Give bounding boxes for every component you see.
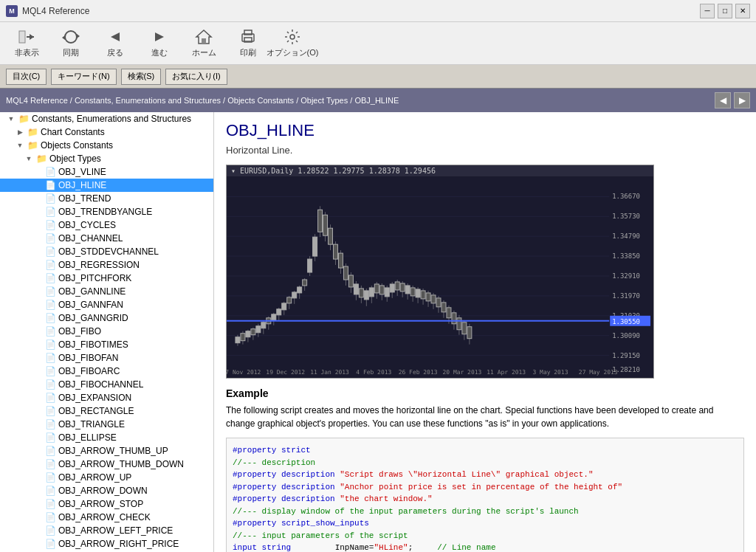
sidebar-item-obj-gannline[interactable]: ▶ 📄 OBJ_GANNLINE [0,285,213,298]
code-line-1: #property strict [233,444,738,457]
sidebar-item-obj-arrow-check[interactable]: ▶ 📄 OBJ_ARROW_CHECK [0,511,213,524]
sidebar-item-object-types[interactable]: ▼ 📁 Object Types [0,152,213,165]
sidebar-item-obj-rectangle[interactable]: ▶ 📄 OBJ_RECTANGLE [0,404,213,418]
sidebar-item-obj-expansion[interactable]: ▶ 📄 OBJ_EXPANSION [0,391,213,404]
svg-rect-105 [395,282,399,290]
sync-button[interactable]: 同期 [50,25,92,62]
keyword-button[interactable]: キーワード(N) [51,69,116,85]
example-label: Example [226,387,744,399]
toc-button[interactable]: 目次(C) [6,69,47,85]
svg-text:1.36670: 1.36670 [612,193,640,200]
sidebar-item-obj-channel[interactable]: ▶ 📄 OBJ_CHANNEL [0,232,213,245]
sidebar-item-obj-fibo[interactable]: ▶ 📄 OBJ_FIBO [0,325,213,338]
sidebar-item-obj-arrow-right-price[interactable]: ▶ 📄 OBJ_ARROW_RIGHT_PRICE [0,537,213,551]
folder-icon: 📁 [27,126,38,138]
favorites-button[interactable]: お気に入り(I) [165,69,227,85]
page-icon: 📄 [44,312,56,324]
svg-marker-6 [155,32,164,41]
svg-rect-8 [202,38,206,44]
hide-button[interactable]: 非表示 [6,25,47,62]
page-icon: 📄 [44,472,56,483]
page-icon: 📄 [44,272,56,284]
svg-rect-89 [354,284,358,294]
prev-arrow-button[interactable]: ◀ [715,92,731,108]
sidebar-item-label: OBJ_VLINE [58,167,106,177]
sidebar-item-label: Object Types [49,153,101,164]
svg-rect-95 [369,288,374,297]
close-button[interactable]: ✕ [735,4,750,18]
sidebar-item-obj-fiboarc[interactable]: ▶ 📄 OBJ_FIBOARC [0,365,213,378]
forward-button[interactable]: 進む [139,25,180,62]
page-icon: 📄 [44,392,56,404]
svg-text:1.32910: 1.32910 [612,272,640,280]
sidebar-item-obj-arrow-up[interactable]: ▶ 📄 OBJ_ARROW_UP [0,471,213,484]
svg-rect-93 [364,291,368,300]
sidebar-item-obj-pitchfork[interactable]: ▶ 📄 OBJ_PITCHFORK [0,272,213,285]
sidebar-item-obj-arrow-left-price[interactable]: ▶ 📄 OBJ_ARROW_LEFT_PRICE [0,524,213,537]
chart-svg: 1.36670 1.35730 1.34790 1.33850 1.32910 … [227,176,653,376]
page-icon: 📄 [44,432,56,444]
sidebar-item-label: OBJ_ARROW_THUMB_DOWN [58,459,184,469]
spacer: ▶ [32,339,43,350]
spacer: ▶ [32,446,43,456]
sidebar-item-obj-hline[interactable]: ▶ 📄 OBJ_HLINE [0,179,213,192]
spacer: ▶ [32,419,43,429]
spacer: ▶ [32,167,43,177]
spacer: ▶ [32,499,43,509]
sidebar-item-obj-ellipse[interactable]: ▶ 📄 OBJ_ELLIPSE [0,431,213,444]
svg-rect-81 [334,244,338,259]
sidebar-item-obj-stddevchannel[interactable]: ▶ 📄 OBJ_STDDEVCHANNEL [0,245,213,258]
sidebar-item-obj-arrow-stop[interactable]: ▶ 📄 OBJ_ARROW_STOP [0,497,213,511]
toggle-icon: ▼ [24,153,34,164]
sidebar-item-obj-triangle[interactable]: ▶ 📄 OBJ_TRIANGLE [0,418,213,431]
window-title: MQL4 Reference [22,6,700,16]
nav-bar: 目次(C) キーワード(N) 検索(S) お気に入り(I) [0,65,756,89]
sidebar-item-constants-root[interactable]: ▼ 📁 Constants, Enumerations and Structur… [0,112,213,125]
sidebar-item-obj-gannfan[interactable]: ▶ 📄 OBJ_GANNFAN [0,298,213,311]
forward-icon [151,28,168,46]
chart-header: ▾ EURUSD,Daily 1.28522 1.29775 1.28378 1… [227,165,653,176]
sidebar-item-objects-constants[interactable]: ▼ 📁 Objects Constants [0,139,213,152]
sync-icon [62,28,80,46]
spacer: ▶ [32,432,43,443]
sidebar-item-label: OBJ_TRIANGLE [58,419,125,429]
home-button[interactable]: ホーム [183,25,224,62]
minimize-button[interactable]: ─ [700,4,715,18]
sidebar-item-obj-trend[interactable]: ▶ 📄 OBJ_TREND [0,192,213,205]
sidebar-item-obj-ganngrid[interactable]: ▶ 📄 OBJ_GANNGRID [0,311,213,325]
back-button[interactable]: 戻る [94,25,136,62]
options-button[interactable]: オプション(O) [272,25,313,62]
breadcrumb-bar: MQL4 Reference / Constants, Enumerations… [0,89,756,112]
page-icon: 📄 [44,232,56,244]
next-arrow-button[interactable]: ▶ [734,92,750,108]
sidebar-item-obj-fibochannel[interactable]: ▶ 📄 OBJ_FIBOCHANNEL [0,378,213,391]
sidebar-item-obj-arrow-thumb-down[interactable]: ▶ 📄 OBJ_ARROW_THUMB_DOWN [0,458,213,471]
svg-rect-57 [272,314,276,320]
search-button[interactable]: 検索(S) [121,69,162,85]
maximize-button[interactable]: □ [718,4,732,18]
page-subtitle: Horizontal Line. [226,145,744,156]
svg-rect-71 [308,259,312,272]
print-button[interactable]: 印刷 [227,25,269,62]
code-line-5: #property description "the chart window.… [233,493,738,506]
sidebar-item-obj-arrow-down[interactable]: ▶ 📄 OBJ_ARROW_DOWN [0,484,213,497]
sidebar-item-obj-trendbyangle[interactable]: ▶ 📄 OBJ_TRENDBYANGLE [0,205,213,218]
svg-rect-107 [400,283,405,291]
sidebar-item-obj-regression[interactable]: ▶ 📄 OBJ_REGRESSION [0,258,213,272]
code-line-9: input string InpName="HLine"; // Line na… [233,542,738,552]
page-icon: 📄 [44,405,56,417]
svg-rect-59 [277,309,281,315]
svg-rect-113 [416,289,420,297]
breadcrumb: MQL4 Reference / Constants, Enumerations… [6,96,712,105]
sidebar-item-chart-constants[interactable]: ▶ 📁 Chart Constants [0,125,213,139]
sidebar-item-obj-arrow-thumb-up[interactable]: ▶ 📄 OBJ_ARROW_THUMB_UP [0,444,213,458]
sidebar-item-obj-cycles[interactable]: ▶ 📄 OBJ_CYCLES [0,218,213,232]
print-icon [239,28,257,46]
options-icon [284,28,301,46]
svg-rect-119 [431,295,436,303]
sidebar-item-obj-fibofan[interactable]: ▶ 📄 OBJ_FIBOFAN [0,351,213,365]
code-line-8: //--- input parameters of the script [233,530,738,542]
sidebar-item-obj-fibotimes[interactable]: ▶ 📄 OBJ_FIBOTIMES [0,338,213,351]
sidebar-item-obj-vline[interactable]: ▶ 📄 OBJ_VLINE [0,165,213,179]
code-line-2: //--- description [233,457,738,469]
